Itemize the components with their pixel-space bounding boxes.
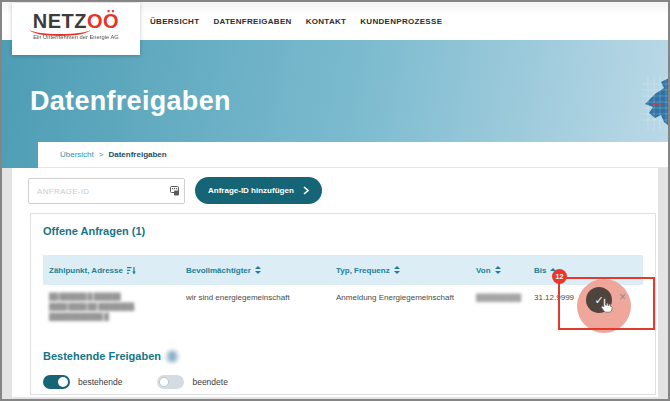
pixel-map-decoration (642, 76, 669, 130)
redacted-address-line: ████████████ █ (49, 312, 176, 322)
cell-typ-frequenz: Anmeldung Energiegemeinschaft (336, 292, 476, 303)
chevron-right-icon (303, 186, 309, 195)
nav-uebersicht[interactable]: ÜBERSICHT (150, 17, 199, 26)
cell-bevollmaechtigter: wir sind energiegemeinschaft (186, 292, 336, 303)
breadcrumb-separator: > (99, 150, 104, 159)
column-zaehlpunkt-adresse[interactable]: Zählpunkt, Adresse (49, 266, 186, 275)
column-bevollmaechtigter[interactable]: Bevollmächtigter (186, 266, 336, 275)
column-bis[interactable]: Bis (534, 266, 643, 275)
toggle-bestehende[interactable] (43, 375, 70, 389)
cell-von: ██████████ (476, 292, 534, 303)
offene-anfragen-card: Offene Anfragen (1) Zählpunkt, Adresse (30, 213, 656, 395)
toggle-beendete-label: beendete (192, 377, 227, 387)
breadcrumb: Übersicht > Datenfreigaben (38, 142, 668, 168)
logo-wordmark: NETZOÖ (12, 12, 140, 30)
cell-zaehlpunkt-adresse: ██ ██████ █ ██████ ████ ████ ██ ████████… (49, 292, 186, 322)
hand-cursor-icon (598, 298, 613, 315)
sort-both-icon (255, 266, 261, 274)
page-title: Datenfreigaben (30, 86, 231, 117)
keyboard-icon[interactable] (170, 186, 182, 196)
sort-both-icon (495, 266, 501, 274)
sort-desc-icon (127, 266, 136, 275)
breadcrumb-link-uebersicht[interactable]: Übersicht (60, 150, 94, 159)
bestehende-freigaben-title: Bestehende Freigaben (█) (43, 350, 178, 362)
nav-datenfreigaben[interactable]: DATENFREIGABEN (213, 17, 291, 26)
column-typ-frequenz[interactable]: Typ, Frequenz (336, 266, 476, 275)
sort-both-icon (394, 266, 400, 274)
decline-x-button[interactable]: × (619, 291, 626, 303)
breadcrumb-current: Datenfreigaben (108, 150, 166, 159)
offene-anfragen-title: Offene Anfragen (1) (43, 225, 145, 237)
freigaben-filter-toggles: bestehende beendete (43, 375, 228, 389)
column-label: Bevollmächtigter (186, 266, 251, 275)
anfrage-id-input[interactable] (28, 178, 185, 204)
nav-kundenprozesse[interactable]: KUNDENPROZESSE (360, 17, 442, 26)
redacted-count: (█) (166, 351, 178, 361)
main-nav: ÜBERSICHT DATENFREIGABEN KONTAKT KUNDENP… (150, 2, 442, 40)
column-label: Typ, Frequenz (336, 266, 390, 275)
column-label: Von (476, 266, 491, 275)
add-anfrage-id-label: Anfrage-ID hinzufügen (208, 186, 294, 195)
add-anfrage-id-button[interactable]: Anfrage-ID hinzufügen (195, 177, 322, 204)
toggle-beendete[interactable] (157, 375, 184, 389)
redacted-zaehlpunkt: ██ ██████ █ ██████ (49, 292, 176, 302)
bestehende-freigaben-label: Bestehende Freigaben (43, 350, 161, 362)
toggle-knob (58, 377, 68, 387)
redacted-address-line: ████ ████ ██ ████████, (49, 302, 176, 312)
column-label: Zählpunkt, Adresse (49, 266, 123, 275)
logo-subtitle: Ein Unternehmen der Energie AG (24, 34, 129, 40)
netz-ooe-logo[interactable]: NETZOÖ Ein Unternehmen der Energie AG (12, 3, 140, 55)
redacted-von-date: ██████████ (476, 294, 521, 301)
toggle-bestehende-label: bestehende (78, 377, 122, 387)
page-body: Anfrage-ID hinzufügen Offene Anfragen (1… (2, 168, 668, 399)
toggle-knob (159, 377, 169, 387)
logo-text-oo: OÖ (87, 10, 119, 32)
annotation-badge: 12 (552, 269, 567, 284)
column-von[interactable]: Von (476, 266, 534, 275)
nav-kontakt[interactable]: KONTAKT (306, 17, 347, 26)
column-label: Bis (534, 266, 546, 275)
table-row: ██ ██████ █ ██████ ████ ████ ██ ████████… (43, 292, 643, 322)
browser-viewport: ÜBERSICHT DATENFREIGABEN KONTAKT KUNDENP… (0, 0, 670, 401)
